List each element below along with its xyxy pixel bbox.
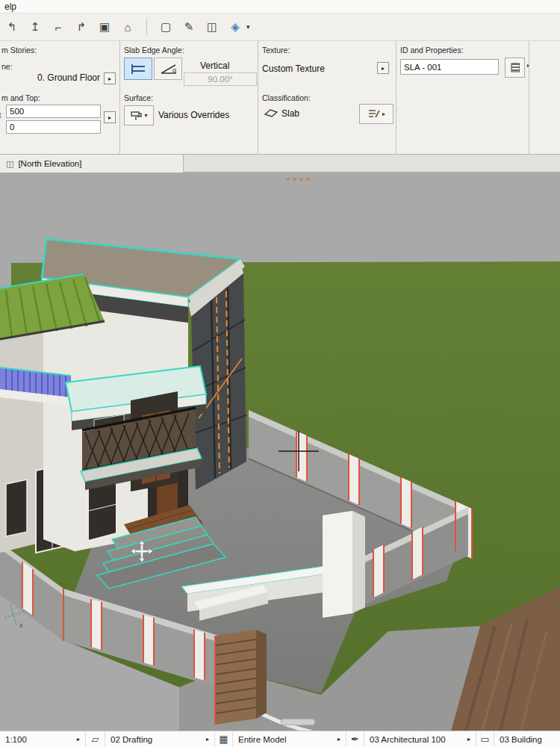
surface-override-button[interactable]: ▾ bbox=[124, 105, 154, 125]
surface-paint-dropdown-icon[interactable]: ▾ bbox=[246, 23, 250, 31]
inject-parameters-icon[interactable]: ◫ bbox=[205, 20, 220, 34]
layer-combination-value: 02 Drafting bbox=[111, 735, 152, 744]
infobox-col-stories: m Stories: ne: 0. Ground Floor ▸ m and T… bbox=[0, 41, 119, 155]
story-flyout-button[interactable]: ▸ bbox=[104, 72, 116, 84]
infobox-col-texture-class: Texture: Custom Texture ▸ Classification… bbox=[258, 41, 396, 155]
arrow-right-icon: ▸ bbox=[382, 111, 385, 117]
offset-top-input[interactable] bbox=[6, 105, 101, 118]
surface-label: Surface: bbox=[124, 93, 153, 102]
paint-roller-icon bbox=[130, 110, 142, 122]
surface-paint-icon[interactable]: ◈ bbox=[228, 20, 243, 34]
pick-up-parameters-icon[interactable]: ✎ bbox=[181, 20, 196, 34]
tab-label: [North Elevation] bbox=[18, 159, 81, 168]
horizontal-scrollbar-thumb[interactable] bbox=[281, 719, 315, 725]
layout-book-selector[interactable]: 03 Building bbox=[494, 731, 560, 747]
pen-icon: ✒ bbox=[351, 734, 359, 745]
adjust-icon[interactable]: ↥ bbox=[28, 20, 43, 34]
offset-link-icon: ↕ bbox=[0, 110, 2, 120]
trim-icon[interactable]: ↰ bbox=[4, 20, 19, 34]
pen-set-button[interactable]: ✒ bbox=[346, 731, 364, 747]
offset-bottom-input[interactable] bbox=[6, 120, 101, 134]
id-properties-label: ID and Properties: bbox=[400, 46, 464, 55]
resize-icon[interactable]: ▣ bbox=[97, 20, 112, 34]
corner-icon[interactable]: ⌐ bbox=[51, 21, 66, 34]
status-bar: 1:100 ▸ ▱ 02 Drafting ▸ ▦ Entire Model ▸… bbox=[0, 731, 560, 747]
infobox-col-id: ID and Properties: ▸ bbox=[396, 41, 529, 155]
classification-value: Slab bbox=[281, 108, 299, 119]
axis-x-label: x bbox=[19, 622, 23, 629]
model-filter-button[interactable]: ▦ bbox=[215, 731, 233, 747]
texture-flyout-button[interactable]: ▸ bbox=[377, 62, 389, 74]
tab-north-elevation[interactable]: ◫ [North Elevation] bbox=[0, 155, 184, 173]
edge-angle-input[interactable] bbox=[184, 72, 257, 86]
arrow-right-icon: ▸ bbox=[382, 65, 385, 72]
home-stories-label: m Stories: bbox=[1, 46, 37, 55]
bottom-and-top-label: m and Top: bbox=[1, 93, 40, 102]
properties-flyout-icon[interactable]: ▸ bbox=[527, 62, 529, 69]
pen-set-value: 03 Architectural 100 bbox=[370, 735, 446, 744]
offset-flyout-button[interactable]: ▸ bbox=[104, 111, 116, 123]
layers-icon: ▱ bbox=[92, 734, 99, 745]
layout-button[interactable]: ▭ bbox=[476, 731, 494, 747]
story-value[interactable]: 0. Ground Floor bbox=[1, 72, 100, 83]
edge-custom-angle-button[interactable]: α bbox=[154, 58, 182, 80]
arrow-right-icon: ▸ bbox=[467, 736, 470, 743]
classification-button[interactable]: ▸ bbox=[359, 104, 393, 124]
archicad-window: elp ↰ ↥ ⌐ ↱ ▣ ⌂ ▢ ✎ ◫ ◈ ▾ m Stories: ne:… bbox=[0, 0, 560, 747]
pen-set-selector[interactable]: 03 Architectural 100 ▸ bbox=[364, 731, 476, 747]
extend-icon[interactable]: ↱ bbox=[74, 20, 89, 34]
properties-list-icon bbox=[510, 62, 520, 73]
layout-book-value: 03 Building bbox=[500, 735, 542, 744]
edge-vertical-button[interactable] bbox=[124, 58, 152, 80]
info-box: m Stories: ne: 0. Ground Floor ▸ m and T… bbox=[0, 41, 560, 155]
home-icon[interactable]: ⌂ bbox=[120, 21, 135, 34]
arrow-right-icon: ▸ bbox=[77, 736, 80, 743]
marquee-icon[interactable]: ▢ bbox=[158, 20, 173, 34]
stone-pillar[interactable] bbox=[215, 630, 267, 725]
view-tab-bar: ◫ [North Elevation] bbox=[0, 155, 560, 173]
model-filter-value: Entire Model bbox=[238, 735, 287, 744]
arrow-right-icon: ▸ bbox=[206, 736, 209, 743]
infobox-separator bbox=[529, 41, 529, 155]
3d-viewport[interactable]: x bbox=[0, 173, 560, 731]
elevation-tab-icon: ◫ bbox=[6, 159, 13, 169]
toolbar-separator bbox=[146, 18, 147, 36]
texture-label: Texture: bbox=[262, 46, 290, 55]
model-filter-selector[interactable]: Entire Model ▸ bbox=[233, 731, 346, 747]
vertical-edge-icon bbox=[129, 62, 147, 75]
layer-combination-selector[interactable]: 02 Drafting ▸ bbox=[105, 731, 215, 747]
layout-icon: ▭ bbox=[480, 734, 489, 745]
slab-classification-icon bbox=[264, 107, 279, 119]
texture-value: Custom Texture bbox=[262, 63, 325, 74]
infobox-col-edge-surface: Slab Edge Angle: α Vertical Surface: ▾ V… bbox=[119, 41, 258, 155]
gate-column bbox=[323, 511, 352, 618]
classification-list-icon bbox=[367, 108, 380, 120]
menu-bar: elp bbox=[0, 0, 560, 13]
menu-help-partial[interactable]: elp bbox=[4, 1, 16, 12]
arrow-right-icon: ▸ bbox=[337, 736, 340, 743]
scale-selector[interactable]: 1:100 ▸ bbox=[0, 731, 86, 747]
arrow-right-icon: ▸ bbox=[108, 75, 111, 82]
dropdown-arrow-icon: ▾ bbox=[144, 112, 147, 119]
model-filter-icon: ▦ bbox=[219, 734, 228, 745]
element-id-input[interactable] bbox=[400, 59, 499, 75]
scale-value: 1:100 bbox=[5, 735, 27, 744]
properties-button[interactable] bbox=[505, 58, 525, 78]
reference-plane-label: ne: bbox=[1, 62, 13, 71]
slab-edge-angle-label: Slab Edge Angle: bbox=[124, 46, 184, 55]
alpha-label: α bbox=[172, 66, 176, 74]
edge-mode-label: Vertical bbox=[200, 61, 229, 71]
layers-quick-button[interactable]: ▱ bbox=[86, 731, 105, 747]
toolbar: ↰ ↥ ⌐ ↱ ▣ ⌂ ▢ ✎ ◫ ◈ ▾ bbox=[0, 13, 560, 41]
surface-value: Various Overrides bbox=[158, 110, 229, 120]
classification-label: Classification: bbox=[262, 93, 311, 102]
arrow-right-icon: ▸ bbox=[108, 114, 111, 121]
